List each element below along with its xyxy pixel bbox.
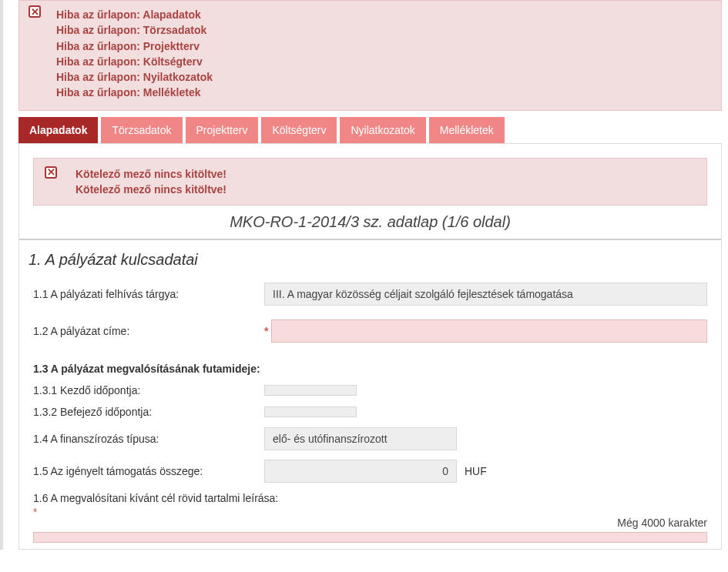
currency-label: HUF	[465, 465, 487, 477]
char-counter: Még 4000 karakter	[33, 517, 707, 529]
tab-torzsadatok[interactable]: Törzsadatok	[101, 117, 182, 143]
row-1-4: 1.4 A finanszírozás típusa: elő- és utóf…	[33, 427, 707, 450]
page-title: MKO-RO-1-2014/3 sz. adatlap (1/6 oldal)	[33, 213, 707, 231]
error-lines: Hiba az űrlapon: Alapadatok Hiba az űrla…	[56, 7, 712, 101]
row-1-6: 1.6 A megvalósítani kívánt cél rövid tar…	[33, 492, 707, 504]
field-1-5: 0	[264, 460, 457, 483]
error-line: Hiba az űrlapon: Nyilatkozatok	[56, 69, 712, 85]
tab-mellekletek[interactable]: Mellékletek	[429, 117, 505, 143]
field-1-3-2	[264, 406, 357, 417]
error-line: Hiba az űrlapon: Alapadatok	[56, 7, 712, 22]
field-1-4: elő- és utófinanszírozott	[264, 427, 457, 450]
label-1-2: 1.2 A pályázat címe:	[33, 325, 264, 337]
inner-error-line: Kötelező mező nincs kitöltve!	[75, 182, 696, 197]
required-star: *	[264, 325, 268, 337]
tab-alapadatok[interactable]: Alapadatok	[18, 117, 98, 143]
tab-projektterv[interactable]: Projektterv	[186, 117, 259, 143]
form-panel: ✕ Kötelező mező nincs kitöltve! Kötelező…	[18, 143, 722, 550]
row-1-5: 1.5 Az igényelt támogatás összege: 0 HUF	[33, 460, 707, 483]
inner-error-banner: ✕ Kötelező mező nincs kitöltve! Kötelező…	[33, 158, 707, 206]
error-line: Hiba az űrlapon: Mellékletek	[56, 85, 712, 100]
tabs: Alapadatok Törzsadatok Projektterv Költs…	[18, 117, 722, 143]
row-1-1: 1.1 A pályázati felhívás tárgya: III. A …	[33, 283, 707, 306]
tab-koltsegterv[interactable]: Költségterv	[261, 117, 337, 143]
error-icon: ✕	[45, 166, 57, 179]
label-1-5: 1.5 Az igényelt támogatás összege:	[33, 465, 264, 477]
inner-error-line: Kötelező mező nincs kitöltve!	[75, 166, 696, 182]
label-1-4: 1.4 A finanszírozás típusa:	[33, 433, 264, 445]
error-line: Hiba az űrlapon: Költségterv	[56, 54, 712, 69]
tab-nyilatkozatok[interactable]: Nyilatkozatok	[340, 117, 425, 143]
separator	[19, 239, 721, 240]
section-title: 1. A pályázat kulcsadatai	[29, 251, 707, 269]
label-1-3-2: 1.3.2 Befejező időpontja:	[33, 406, 264, 418]
row-1-3-2: 1.3.2 Befejező időpontja:	[33, 406, 707, 418]
label-1-3: 1.3 A pályázat megvalósításának futamide…	[33, 363, 707, 375]
top-error-banner: ✕ Hiba az űrlapon: Alapadatok Hiba az űr…	[18, 0, 722, 111]
error-icon: ✕	[29, 5, 41, 18]
textarea-1-6[interactable]	[33, 532, 707, 543]
field-1-1: III. A magyar közösség céljait szolgáló …	[264, 283, 707, 306]
error-line: Hiba az űrlapon: Projektterv	[56, 38, 712, 54]
error-line: Hiba az űrlapon: Törzsadatok	[56, 22, 712, 38]
label-1-6: 1.6 A megvalósítani kívánt cél rövid tar…	[33, 492, 278, 504]
field-1-3-1	[264, 385, 357, 396]
row-1-2: 1.2 A pályázat címe: *	[33, 319, 707, 343]
input-1-2-title[interactable]	[271, 319, 707, 343]
label-1-1: 1.1 A pályázati felhívás tárgya:	[33, 288, 264, 300]
row-1-3-1: 1.3.1 Kezdő időpontja:	[33, 384, 707, 396]
label-1-3-1: 1.3.1 Kezdő időpontja:	[33, 384, 264, 396]
